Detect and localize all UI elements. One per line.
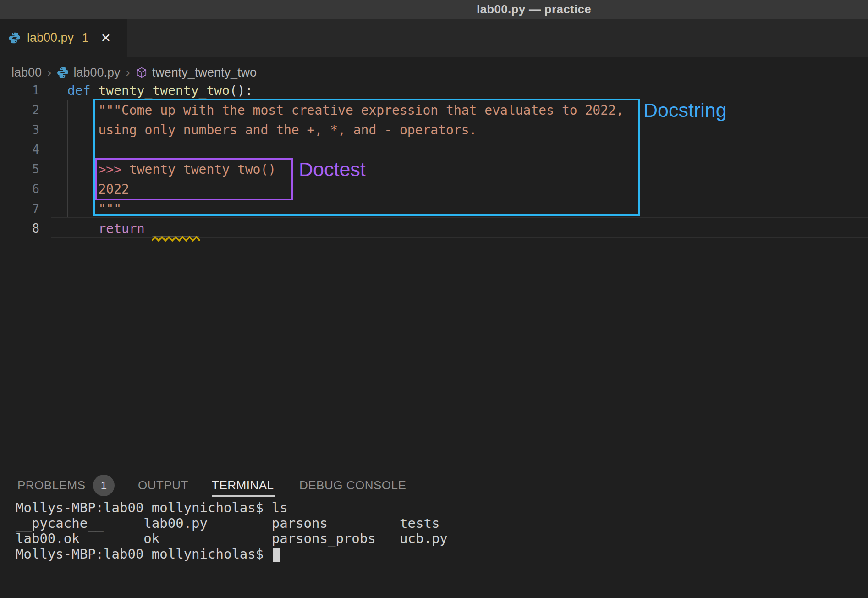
panel-tab-output[interactable]: OUTPUT [138, 473, 188, 497]
breadcrumb-separator: › [125, 65, 131, 80]
python-icon [57, 66, 69, 78]
breadcrumb-item-lab00[interactable]: lab00 [11, 66, 42, 80]
line-number[interactable]: 1 [0, 81, 39, 100]
doctest-annotation-label: Doctest [299, 158, 366, 181]
breadcrumb: lab00 › lab00.py › twenty_twenty_two [11, 62, 745, 83]
terminal-line: Mollys-MBP:lab00 mollynicholas$ ls [16, 500, 448, 516]
line-number[interactable]: 4 [0, 140, 39, 160]
line-number[interactable]: 6 [0, 179, 39, 199]
tab-modified-badge: 1 [82, 31, 88, 45]
doctest-annotation-box [95, 158, 293, 200]
code-line: return ______ [67, 219, 624, 238]
breadcrumb-item-lab00py[interactable]: lab00.py [73, 66, 120, 80]
vscode-window: lab00.py — practice lab00.py 1 ✕ lab00 ›… [0, 0, 868, 598]
window-title: lab00.py — practice [477, 0, 591, 19]
panel-tab-terminal[interactable]: TERMINAL [212, 473, 274, 497]
panel-tab-bar: PROBLEMS OUTPUT TERMINAL DEBUG CONSOLE [0, 473, 868, 497]
tab-label: lab00.py [27, 31, 74, 45]
tab-lab00py[interactable]: lab00.py 1 ✕ [0, 19, 127, 57]
editor-gutter[interactable]: 12345678 [0, 81, 39, 238]
terminal-cursor [273, 548, 280, 562]
breadcrumb-separator: › [46, 65, 52, 80]
panel-tab-debug-console[interactable]: DEBUG CONSOLE [299, 473, 406, 497]
active-panel-tab-underline [212, 495, 275, 497]
line-number[interactable]: 5 [0, 160, 39, 179]
panel-divider [0, 468, 868, 468]
terminal-line: lab00.ok ok parsons_probs ucb.py [16, 531, 448, 547]
warning-squiggle [152, 236, 200, 243]
tab-close-icon[interactable]: ✕ [101, 31, 111, 45]
terminal-output[interactable]: Mollys-MBP:lab00 mollynicholas$ ls__pyca… [16, 500, 448, 562]
docstring-annotation-label: Docstring [643, 99, 727, 122]
terminal-line: Mollys-MBP:lab00 mollynicholas$ [16, 547, 448, 562]
python-icon [8, 32, 21, 44]
code-line: def twenty_twenty_two(): [67, 81, 624, 100]
title-bar: lab00.py — practice [0, 0, 868, 19]
editor-tab-strip: lab00.py 1 ✕ [0, 19, 868, 57]
line-number[interactable]: 2 [0, 100, 39, 120]
line-number[interactable]: 3 [0, 120, 39, 140]
problems-count-badge: 1 [93, 475, 115, 496]
line-number[interactable]: 7 [0, 199, 39, 219]
breadcrumb-item-symbol[interactable]: twenty_twenty_two [152, 66, 257, 80]
symbol-cube-icon [136, 66, 148, 78]
terminal-line: __pycache__ lab00.py parsons tests [16, 516, 448, 532]
line-number[interactable]: 8 [0, 219, 39, 238]
panel-tab-problems[interactable]: PROBLEMS [17, 473, 86, 497]
